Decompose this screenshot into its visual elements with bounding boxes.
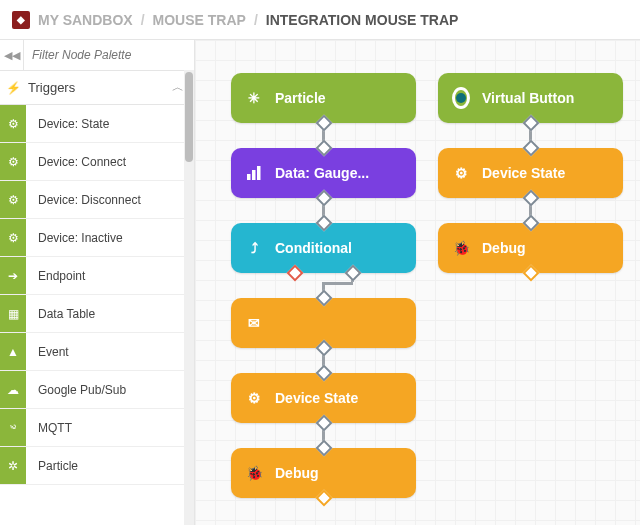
node-label: Virtual Button xyxy=(482,90,574,106)
palette-item-label: Endpoint xyxy=(26,257,194,294)
palette-item-label: Device: Connect xyxy=(26,143,194,180)
palette-item-device-connect[interactable]: ⚙ Device: Connect xyxy=(0,143,194,181)
palette-item-label: Data Table xyxy=(26,295,194,332)
node-label: Debug xyxy=(275,465,319,481)
svg-rect-0 xyxy=(247,174,251,180)
breadcrumb-current: INTEGRATION MOUSE TRAP xyxy=(266,12,459,28)
chevron-left-icon: ◀◀ xyxy=(4,49,20,62)
gear-icon: ⚙ xyxy=(0,105,26,142)
breadcrumb-root[interactable]: MY SANDBOX xyxy=(38,12,133,28)
breadcrumb-sep-icon: / xyxy=(141,12,145,28)
node-palette-sidebar: ◀◀ ⚡ Triggers ︿ ⚙ Device: State ⚙ Device… xyxy=(0,40,195,525)
palette-category-triggers[interactable]: ⚡ Triggers ︿ xyxy=(0,71,194,105)
palette-item-device-state[interactable]: ⚙ Device: State xyxy=(0,105,194,143)
palette-item-data-table[interactable]: ▦ Data Table xyxy=(0,295,194,333)
arrow-right-icon: ➔ xyxy=(0,257,26,294)
flow-wire xyxy=(322,282,353,285)
palette-item-endpoint[interactable]: ➔ Endpoint xyxy=(0,257,194,295)
palette-item-label: Device: Disconnect xyxy=(26,181,194,218)
gear-icon: ⚙ xyxy=(0,181,26,218)
palette-item-label: Device: Inactive xyxy=(26,219,194,256)
node-label: Device State xyxy=(482,165,565,181)
bar-chart-icon xyxy=(245,164,263,182)
sidebar-scrollbar-thumb[interactable] xyxy=(185,72,193,162)
bug-icon: 🐞 xyxy=(452,239,470,257)
gear-icon: ⚙ xyxy=(0,143,26,180)
filter-palette-input[interactable] xyxy=(24,40,194,70)
chevron-up-icon: ︿ xyxy=(172,79,184,96)
palette-item-label: Device: State xyxy=(26,105,194,142)
cloud-icon: ☁ xyxy=(0,371,26,408)
main: ◀◀ ⚡ Triggers ︿ ⚙ Device: State ⚙ Device… xyxy=(0,40,640,525)
gear-icon: ⚙ xyxy=(452,164,470,182)
palette-item-label: Google Pub/Sub xyxy=(26,371,194,408)
bolt-icon: ⚡ xyxy=(6,81,20,95)
palette-item-label: Particle xyxy=(26,447,194,484)
palette-item-mqtt[interactable]: ༄ MQTT xyxy=(0,409,194,447)
palette-item-label: MQTT xyxy=(26,409,194,446)
node-label: Debug xyxy=(482,240,526,256)
mail-icon: ✉ xyxy=(245,314,263,332)
node-label: Particle xyxy=(275,90,326,106)
node-label: Data: Gauge... xyxy=(275,165,369,181)
spark-icon: ✲ xyxy=(0,447,26,484)
app-logo-icon: ◆ xyxy=(12,11,30,29)
flow-canvas[interactable]: ✳ Particle Data: Gauge... ⤴ Conditional … xyxy=(195,40,640,525)
spark-icon: ✳ xyxy=(245,89,263,107)
gear-icon: ⚙ xyxy=(0,219,26,256)
node-label: Device State xyxy=(275,390,358,406)
virtual-button-icon xyxy=(452,89,470,107)
node-label: Conditional xyxy=(275,240,352,256)
breadcrumb: ◆ MY SANDBOX / MOUSE TRAP / INTEGRATION … xyxy=(0,0,640,40)
palette-item-event[interactable]: ▲ Event xyxy=(0,333,194,371)
palette-item-label: Event xyxy=(26,333,194,370)
palette-item-particle[interactable]: ✲ Particle xyxy=(0,447,194,485)
sidebar-top: ◀◀ xyxy=(0,40,194,71)
palette-item-device-inactive[interactable]: ⚙ Device: Inactive xyxy=(0,219,194,257)
gear-icon: ⚙ xyxy=(245,389,263,407)
bug-icon: 🐞 xyxy=(245,464,263,482)
table-icon: ▦ xyxy=(0,295,26,332)
branch-icon: ⤴ xyxy=(245,239,263,257)
mqtt-icon: ༄ xyxy=(0,409,26,446)
collapse-sidebar-button[interactable]: ◀◀ xyxy=(0,40,24,70)
palette-item-google-pubsub[interactable]: ☁ Google Pub/Sub xyxy=(0,371,194,409)
alert-icon: ▲ xyxy=(0,333,26,370)
breadcrumb-mid[interactable]: MOUSE TRAP xyxy=(153,12,246,28)
svg-rect-2 xyxy=(257,166,261,180)
breadcrumb-sep-icon: / xyxy=(254,12,258,28)
category-label: Triggers xyxy=(28,80,75,95)
palette-item-device-disconnect[interactable]: ⚙ Device: Disconnect xyxy=(0,181,194,219)
svg-rect-1 xyxy=(252,170,256,180)
